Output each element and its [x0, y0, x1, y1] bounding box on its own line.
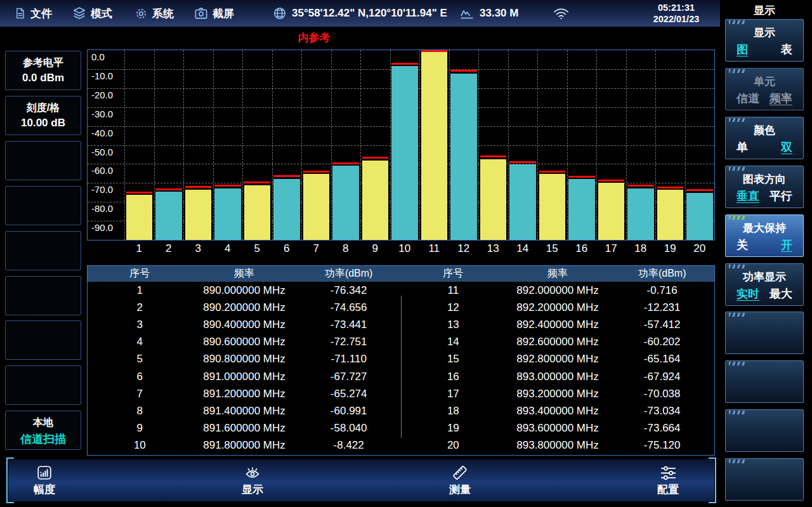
y-tick-label: -50.0: [91, 147, 113, 157]
max-hold-line: [657, 187, 684, 188]
table-row: 8891.400000 MHz-60.991: [88, 402, 401, 419]
menu-system[interactable]: 系统: [134, 0, 174, 27]
corner-stripes-icon: [729, 216, 745, 220]
table-cell: 5: [88, 353, 192, 365]
x-tick-label: 6: [272, 242, 302, 255]
option-selected[interactable]: 双: [781, 140, 792, 155]
option-unselected[interactable]: 单: [737, 140, 748, 155]
v-gridline: [301, 50, 302, 240]
x-tick-label: 2: [154, 242, 184, 255]
button-title: 功率显示: [726, 270, 803, 284]
max-hold-line: [480, 155, 507, 157]
table-cell: 891.400000 MHz: [192, 405, 297, 418]
table-header-cell: 功率(dBm): [296, 266, 401, 282]
table-row: 15892.800000 MHz-65.164: [401, 351, 714, 368]
channel-bar: [657, 190, 684, 240]
x-tick-label: 11: [419, 242, 449, 255]
table-cell: 19: [401, 422, 506, 435]
max-hold-line: [155, 188, 182, 190]
option-unselected[interactable]: 平行: [769, 188, 792, 204]
table-cell: -8.422: [296, 439, 401, 452]
corner-stripes-icon: [729, 459, 745, 463]
eye-icon: [224, 464, 281, 482]
table-cell: -73.034: [610, 405, 714, 418]
v-gridline: [154, 50, 155, 240]
x-tick-label: 9: [360, 242, 390, 255]
table-cell: 893.000000 MHz: [506, 371, 610, 383]
local-channel-scan-button[interactable]: 本地信道扫描: [5, 411, 81, 450]
option-selected[interactable]: 开: [781, 237, 792, 253]
menu-screenshot[interactable]: 截屏: [194, 0, 234, 27]
table-cell: -60.991: [296, 405, 401, 418]
table-row: 16893.000000 MHz-67.924: [401, 368, 714, 385]
max-hold-line: [598, 180, 625, 181]
table-header-cell: 功率(dBm): [610, 266, 714, 282]
channel-bar: [421, 51, 448, 240]
x-tick-label: 3: [183, 242, 213, 255]
v-gridline: [419, 50, 420, 240]
chart-orientation-button[interactable]: 图表方向垂直平行: [725, 166, 804, 208]
bottom-menu-label: 测量: [431, 482, 488, 497]
power-display-button[interactable]: 功率显示实时最大: [725, 263, 804, 306]
button-title: 单元: [726, 74, 803, 89]
table-cell: 13: [401, 319, 506, 331]
table-cell: 17: [401, 388, 506, 400]
option-selected[interactable]: 图: [737, 42, 748, 57]
channel-bar: [480, 159, 507, 240]
x-tick-label: 10: [390, 242, 420, 255]
table-cell: 892.200000 MHz: [506, 301, 610, 314]
altitude-text: 33.30 M: [480, 7, 518, 20]
table-cell: 8: [88, 405, 192, 418]
v-gridline: [183, 50, 184, 240]
channel-bar: [598, 183, 625, 240]
channel-bar: [568, 179, 595, 240]
option-unselected: 信道: [737, 91, 759, 106]
table-cell: 891.200000 MHz: [192, 388, 297, 400]
channel-bar: [244, 185, 271, 240]
v-gridline: [242, 50, 243, 240]
v-gridline: [331, 50, 332, 240]
scale-per-div-button[interactable]: 刻度/格10.00 dB: [5, 96, 81, 135]
ref-level-button[interactable]: 参考电平0.0 dBm: [5, 51, 81, 90]
max-hold-line: [568, 176, 595, 178]
table-cell: -12.231: [610, 301, 714, 314]
y-tick-label: -40.0: [91, 128, 113, 138]
option-unselected[interactable]: 关: [737, 237, 748, 253]
option-selected[interactable]: 垂直: [737, 188, 759, 204]
table-row: 4890.600000 MHz-72.751: [88, 334, 401, 351]
bottom-menu-measure[interactable]: 测量: [431, 464, 488, 497]
unit-button[interactable]: 单元信道频率: [725, 68, 804, 110]
table-header-cell: 序号: [401, 266, 506, 282]
gps-text: 35°58'12.42" N,120°10'11.94" E: [292, 7, 447, 20]
option-unselected[interactable]: 最大: [769, 286, 792, 301]
table-cell: 893.400000 MHz: [506, 405, 610, 418]
max-hold-button[interactable]: 最大保持关开: [725, 214, 804, 257]
option-unselected[interactable]: 表: [781, 42, 792, 57]
table-right-half: 11892.000000 MHz-0.71612892.200000 MHz-1…: [401, 282, 714, 454]
display-mode-button[interactable]: 显示图表: [725, 19, 804, 62]
option-selected[interactable]: 实时: [737, 286, 759, 301]
table-header-cell: 序号: [88, 266, 192, 282]
table-cell: 891.600000 MHz: [192, 422, 297, 435]
table-row: 12892.200000 MHz-12.231: [401, 299, 714, 316]
bottom-menu-amplitude[interactable]: 幅度: [16, 464, 73, 497]
table-cell: -74.656: [296, 301, 401, 314]
channel-bar: [185, 190, 212, 240]
v-gridline: [449, 50, 450, 240]
altitude-readout: 33.30 M: [459, 0, 518, 27]
table-cell: -73.441: [296, 319, 401, 331]
table-cell: -71.110: [296, 353, 401, 365]
table-cell: -73.664: [610, 422, 714, 435]
altitude-icon: [459, 7, 475, 20]
right-panel-title: 显示: [725, 3, 804, 18]
color-button[interactable]: 颜色单双: [725, 117, 804, 159]
amplitude-icon: [16, 464, 73, 482]
channel-bar: [332, 166, 359, 240]
v-gridline: [478, 50, 479, 240]
max-hold-line: [421, 50, 448, 52]
max-hold-line: [686, 189, 713, 191]
bottom-menu-config[interactable]: 配置: [639, 464, 697, 497]
bottom-menu-display[interactable]: 显示: [224, 464, 281, 497]
table-row: 3890.400000 MHz-73.441: [88, 316, 401, 333]
left-empty-slot: [5, 231, 81, 270]
